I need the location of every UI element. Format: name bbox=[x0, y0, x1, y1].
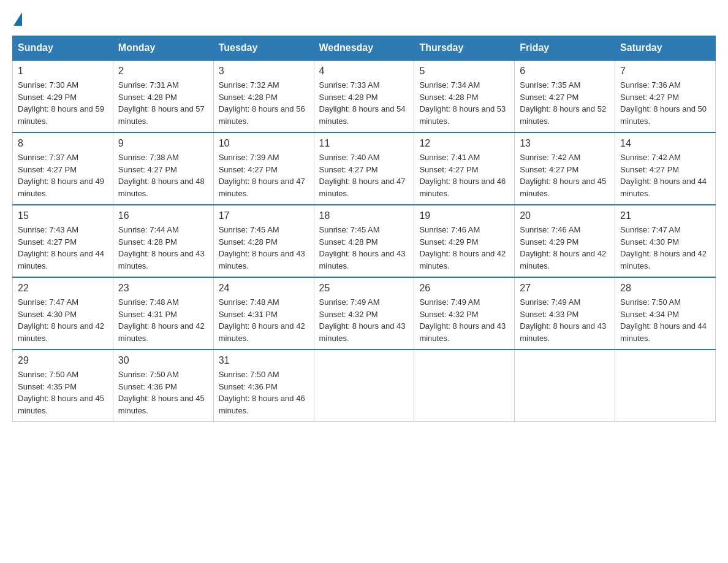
day-number: 2 bbox=[118, 66, 208, 77]
weekday-header-monday: Monday bbox=[113, 36, 213, 61]
sunset-label: Sunset: 4:27 PM bbox=[18, 165, 77, 174]
daylight-label: Daylight: 8 hours and 43 minutes. bbox=[219, 249, 305, 270]
sunset-label: Sunset: 4:27 PM bbox=[419, 165, 478, 174]
day-info: Sunrise: 7:31 AM Sunset: 4:28 PM Dayligh… bbox=[118, 79, 208, 127]
sunrise-label: Sunrise: 7:37 AM bbox=[18, 153, 78, 162]
daylight-label: Daylight: 8 hours and 43 minutes. bbox=[419, 321, 506, 343]
sunrise-label: Sunrise: 7:40 AM bbox=[319, 153, 380, 162]
day-cell-1: 1 Sunrise: 7:30 AM Sunset: 4:29 PM Dayli… bbox=[13, 60, 113, 132]
day-cell-17: 17 Sunrise: 7:45 AM Sunset: 4:28 PM Dayl… bbox=[213, 205, 314, 277]
day-number: 16 bbox=[118, 210, 208, 221]
day-cell-12: 12 Sunrise: 7:41 AM Sunset: 4:27 PM Dayl… bbox=[414, 132, 515, 205]
day-info: Sunrise: 7:41 AM Sunset: 4:27 PM Dayligh… bbox=[419, 151, 509, 199]
weekday-header-wednesday: Wednesday bbox=[314, 36, 414, 61]
day-cell-8: 8 Sunrise: 7:37 AM Sunset: 4:27 PM Dayli… bbox=[13, 132, 113, 205]
week-row-3: 15 Sunrise: 7:43 AM Sunset: 4:27 PM Dayl… bbox=[13, 205, 716, 277]
daylight-label: Daylight: 8 hours and 52 minutes. bbox=[520, 104, 606, 126]
sunrise-label: Sunrise: 7:49 AM bbox=[419, 297, 480, 307]
logo-text bbox=[12, 12, 23, 26]
day-number: 26 bbox=[419, 283, 509, 294]
day-info: Sunrise: 7:44 AM Sunset: 4:28 PM Dayligh… bbox=[118, 224, 208, 272]
day-number: 4 bbox=[319, 66, 409, 77]
sunset-label: Sunset: 4:28 PM bbox=[319, 237, 378, 247]
weekday-header-row: SundayMondayTuesdayWednesdayThursdayFrid… bbox=[13, 36, 716, 61]
day-number: 29 bbox=[18, 355, 108, 366]
day-cell-26: 26 Sunrise: 7:49 AM Sunset: 4:32 PM Dayl… bbox=[414, 277, 515, 350]
day-cell-7: 7 Sunrise: 7:36 AM Sunset: 4:27 PM Dayli… bbox=[615, 60, 716, 132]
day-number: 12 bbox=[419, 138, 509, 149]
sunrise-label: Sunrise: 7:39 AM bbox=[219, 153, 279, 162]
sunrise-label: Sunrise: 7:32 AM bbox=[219, 80, 279, 90]
day-cell-14: 14 Sunrise: 7:42 AM Sunset: 4:27 PM Dayl… bbox=[615, 132, 716, 205]
day-number: 8 bbox=[18, 138, 108, 149]
daylight-label: Daylight: 8 hours and 47 minutes. bbox=[319, 177, 406, 198]
sunrise-label: Sunrise: 7:47 AM bbox=[18, 297, 78, 307]
daylight-label: Daylight: 8 hours and 42 minutes. bbox=[118, 321, 205, 343]
sunset-label: Sunset: 4:27 PM bbox=[118, 165, 177, 174]
sunset-label: Sunset: 4:36 PM bbox=[118, 382, 177, 391]
day-info: Sunrise: 7:33 AM Sunset: 4:28 PM Dayligh… bbox=[319, 79, 409, 127]
day-cell-23: 23 Sunrise: 7:48 AM Sunset: 4:31 PM Dayl… bbox=[113, 277, 213, 350]
daylight-label: Daylight: 8 hours and 54 minutes. bbox=[319, 104, 406, 126]
day-info: Sunrise: 7:47 AM Sunset: 4:30 PM Dayligh… bbox=[620, 224, 710, 272]
day-info: Sunrise: 7:37 AM Sunset: 4:27 PM Dayligh… bbox=[18, 151, 108, 199]
daylight-label: Daylight: 8 hours and 47 minutes. bbox=[219, 177, 305, 198]
day-info: Sunrise: 7:48 AM Sunset: 4:31 PM Dayligh… bbox=[118, 296, 208, 344]
sunrise-label: Sunrise: 7:48 AM bbox=[118, 297, 179, 307]
sunrise-label: Sunrise: 7:46 AM bbox=[419, 225, 480, 234]
day-info: Sunrise: 7:36 AM Sunset: 4:27 PM Dayligh… bbox=[620, 79, 710, 127]
daylight-label: Daylight: 8 hours and 57 minutes. bbox=[118, 104, 205, 126]
day-cell-6: 6 Sunrise: 7:35 AM Sunset: 4:27 PM Dayli… bbox=[515, 60, 615, 132]
day-cell-24: 24 Sunrise: 7:48 AM Sunset: 4:31 PM Dayl… bbox=[213, 277, 314, 350]
sunset-label: Sunset: 4:36 PM bbox=[219, 382, 278, 391]
day-cell-29: 29 Sunrise: 7:50 AM Sunset: 4:35 PM Dayl… bbox=[13, 350, 113, 422]
sunset-label: Sunset: 4:28 PM bbox=[319, 93, 378, 102]
daylight-label: Daylight: 8 hours and 45 minutes. bbox=[118, 394, 205, 415]
day-number: 1 bbox=[18, 66, 108, 77]
daylight-label: Daylight: 8 hours and 44 minutes. bbox=[18, 249, 104, 270]
day-number: 22 bbox=[18, 283, 108, 294]
sunset-label: Sunset: 4:28 PM bbox=[118, 93, 177, 102]
sunrise-label: Sunrise: 7:50 AM bbox=[18, 370, 78, 379]
day-cell-18: 18 Sunrise: 7:45 AM Sunset: 4:28 PM Dayl… bbox=[314, 205, 414, 277]
day-cell-16: 16 Sunrise: 7:44 AM Sunset: 4:28 PM Dayl… bbox=[113, 205, 213, 277]
day-number: 21 bbox=[620, 210, 710, 221]
sunset-label: Sunset: 4:27 PM bbox=[520, 93, 578, 102]
daylight-label: Daylight: 8 hours and 59 minutes. bbox=[18, 104, 104, 126]
day-info: Sunrise: 7:45 AM Sunset: 4:28 PM Dayligh… bbox=[319, 224, 409, 272]
day-cell-20: 20 Sunrise: 7:46 AM Sunset: 4:29 PM Dayl… bbox=[515, 205, 615, 277]
week-row-4: 22 Sunrise: 7:47 AM Sunset: 4:30 PM Dayl… bbox=[13, 277, 716, 350]
daylight-label: Daylight: 8 hours and 44 minutes. bbox=[620, 321, 707, 343]
empty-cell bbox=[615, 350, 716, 422]
sunset-label: Sunset: 4:31 PM bbox=[118, 310, 177, 319]
sunrise-label: Sunrise: 7:41 AM bbox=[419, 153, 480, 162]
day-cell-2: 2 Sunrise: 7:31 AM Sunset: 4:28 PM Dayli… bbox=[113, 60, 213, 132]
sunset-label: Sunset: 4:33 PM bbox=[520, 310, 578, 319]
sunset-label: Sunset: 4:30 PM bbox=[18, 310, 77, 319]
day-cell-13: 13 Sunrise: 7:42 AM Sunset: 4:27 PM Dayl… bbox=[515, 132, 615, 205]
day-info: Sunrise: 7:38 AM Sunset: 4:27 PM Dayligh… bbox=[118, 151, 208, 199]
day-cell-28: 28 Sunrise: 7:50 AM Sunset: 4:34 PM Dayl… bbox=[615, 277, 716, 350]
sunset-label: Sunset: 4:29 PM bbox=[18, 93, 77, 102]
sunrise-label: Sunrise: 7:31 AM bbox=[118, 80, 179, 90]
day-cell-21: 21 Sunrise: 7:47 AM Sunset: 4:30 PM Dayl… bbox=[615, 205, 716, 277]
day-info: Sunrise: 7:45 AM Sunset: 4:28 PM Dayligh… bbox=[219, 224, 309, 272]
daylight-label: Daylight: 8 hours and 45 minutes. bbox=[18, 394, 104, 415]
weekday-header-friday: Friday bbox=[515, 36, 615, 61]
sunrise-label: Sunrise: 7:35 AM bbox=[520, 80, 580, 90]
day-number: 6 bbox=[520, 66, 610, 77]
day-cell-31: 31 Sunrise: 7:50 AM Sunset: 4:36 PM Dayl… bbox=[213, 350, 314, 422]
day-info: Sunrise: 7:50 AM Sunset: 4:36 PM Dayligh… bbox=[219, 369, 309, 416]
day-cell-10: 10 Sunrise: 7:39 AM Sunset: 4:27 PM Dayl… bbox=[213, 132, 314, 205]
daylight-label: Daylight: 8 hours and 53 minutes. bbox=[419, 104, 506, 126]
day-info: Sunrise: 7:50 AM Sunset: 4:34 PM Dayligh… bbox=[620, 296, 710, 344]
week-row-1: 1 Sunrise: 7:30 AM Sunset: 4:29 PM Dayli… bbox=[13, 60, 716, 132]
sunset-label: Sunset: 4:30 PM bbox=[620, 237, 679, 247]
sunset-label: Sunset: 4:31 PM bbox=[219, 310, 278, 319]
sunrise-label: Sunrise: 7:45 AM bbox=[319, 225, 380, 234]
day-number: 31 bbox=[219, 355, 309, 366]
sunrise-label: Sunrise: 7:50 AM bbox=[219, 370, 279, 379]
sunset-label: Sunset: 4:35 PM bbox=[18, 382, 77, 391]
weekday-header-thursday: Thursday bbox=[414, 36, 515, 61]
day-number: 3 bbox=[219, 66, 309, 77]
